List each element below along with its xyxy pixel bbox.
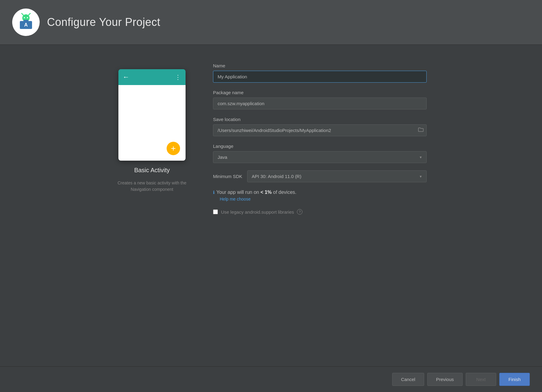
- name-input[interactable]: [213, 71, 427, 83]
- phone-back-icon: ←: [123, 73, 129, 81]
- finish-button[interactable]: Finish: [499, 373, 530, 386]
- save-location-form-group: Save location: [213, 117, 427, 136]
- phone-menu-icon: ⋮: [175, 73, 181, 81]
- svg-line-2: [28, 13, 30, 15]
- language-select[interactable]: Java Kotlin: [213, 151, 427, 163]
- package-name-form-group: Package name: [213, 90, 427, 109]
- dialog-footer: Cancel Previous Next Finish: [0, 366, 542, 392]
- min-sdk-row: Minimum SDK API 16: Android 4.1 (Jelly B…: [213, 170, 427, 182]
- svg-point-3: [24, 17, 25, 18]
- svg-point-4: [27, 17, 28, 18]
- legacy-checkbox[interactable]: [213, 209, 218, 214]
- legacy-checkbox-label[interactable]: Use legacy android.support libraries: [221, 209, 294, 215]
- info-icon: ℹ: [213, 190, 215, 195]
- phone-preview: ← ⋮ +: [118, 69, 186, 161]
- right-panel-form: Name Package name Save location: [213, 63, 427, 215]
- phone-fab-button: +: [167, 142, 180, 155]
- name-label: Name: [213, 63, 427, 68]
- main-content: ← ⋮ + Basic Activity Creates a new basic…: [0, 45, 542, 366]
- svg-text:A: A: [24, 22, 28, 27]
- package-name-input[interactable]: [213, 98, 427, 109]
- legacy-help-icon[interactable]: ?: [297, 209, 302, 215]
- dialog-title: Configure Your Project: [47, 16, 160, 29]
- language-select-wrapper: Java Kotlin: [213, 151, 427, 163]
- name-form-group: Name: [213, 63, 427, 83]
- left-panel: ← ⋮ + Basic Activity Creates a new basic…: [115, 63, 189, 193]
- next-button[interactable]: Next: [466, 373, 496, 386]
- package-label: Package name: [213, 90, 427, 95]
- previous-button[interactable]: Previous: [427, 373, 463, 386]
- sdk-info-text: Your app will run on < 1% of devices.: [216, 190, 296, 195]
- svg-rect-6: [23, 20, 28, 22]
- min-sdk-label: Minimum SDK: [213, 174, 242, 179]
- legacy-checkbox-wrapper: Use legacy android.support libraries: [213, 209, 294, 215]
- phone-toolbar: ← ⋮: [118, 69, 186, 85]
- save-location-input-wrapper: [213, 124, 427, 136]
- help-me-choose-link[interactable]: Help me choose: [220, 197, 251, 201]
- browse-folder-button[interactable]: [418, 127, 424, 134]
- language-form-group: Language Java Kotlin: [213, 144, 427, 163]
- language-label: Language: [213, 144, 427, 149]
- configure-project-dialog: A Configure Your Project ← ⋮ + Basic Act…: [0, 0, 542, 392]
- min-sdk-select-wrapper: API 16: Android 4.1 (Jelly Bean) API 21:…: [247, 170, 427, 182]
- dialog-header: A Configure Your Project: [0, 0, 542, 45]
- activity-name-label: Basic Activity: [134, 167, 170, 174]
- svg-line-1: [22, 13, 23, 15]
- legacy-checkbox-row: Use legacy android.support libraries ?: [213, 209, 427, 215]
- save-location-input[interactable]: [213, 124, 427, 136]
- save-location-label: Save location: [213, 117, 427, 122]
- activity-description: Creates a new basic activity with the Na…: [115, 180, 189, 193]
- min-sdk-select[interactable]: API 16: Android 4.1 (Jelly Bean) API 21:…: [247, 170, 427, 182]
- phone-body: +: [118, 85, 186, 161]
- cancel-button[interactable]: Cancel: [392, 373, 424, 386]
- sdk-info-block: ℹ Your app will run on < 1% of devices. …: [213, 190, 427, 202]
- sdk-info-line: ℹ Your app will run on < 1% of devices.: [213, 190, 427, 195]
- android-studio-logo: A: [12, 9, 40, 36]
